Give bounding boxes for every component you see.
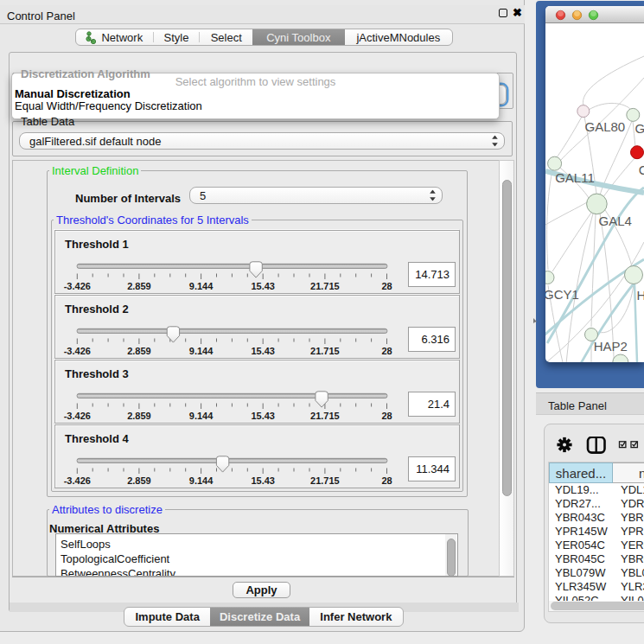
svg-text:9.144: 9.144 (189, 346, 214, 356)
svg-text:-3.426: -3.426 (64, 346, 91, 356)
svg-text:21.715: 21.715 (310, 411, 340, 421)
svg-text:28: 28 (381, 411, 392, 421)
svg-text:9.144: 9.144 (189, 281, 214, 291)
svg-text:C: C (639, 163, 644, 177)
svg-text:2.859: 2.859 (127, 346, 151, 356)
svg-text:HAP2: HAP2 (594, 339, 628, 354)
svg-text:-3.426: -3.426 (64, 281, 91, 291)
svg-text:GAL11: GAL11 (555, 170, 595, 185)
svg-text:H: H (636, 288, 644, 303)
svg-text:2.859: 2.859 (127, 411, 151, 421)
svg-text:GAL4: GAL4 (599, 214, 632, 228)
svg-text:GAL80: GAL80 (585, 119, 626, 134)
svg-text:28: 28 (381, 475, 392, 486)
svg-text:15.43: 15.43 (251, 475, 275, 486)
svg-text:15.43: 15.43 (251, 346, 275, 356)
svg-text:28: 28 (381, 346, 392, 356)
svg-text:21.715: 21.715 (310, 281, 340, 291)
svg-text:GCY1: GCY1 (545, 287, 579, 302)
svg-text:15.43: 15.43 (251, 281, 275, 291)
svg-text:9.144: 9.144 (189, 411, 214, 421)
svg-text:-3.426: -3.426 (64, 475, 91, 486)
svg-text:2.859: 2.859 (127, 475, 151, 486)
svg-text:21.715: 21.715 (310, 475, 340, 486)
svg-text:GA: GA (634, 121, 644, 136)
svg-text:21.715: 21.715 (310, 346, 340, 356)
svg-text:9.144: 9.144 (189, 475, 214, 486)
svg-text:15.43: 15.43 (251, 411, 275, 421)
svg-text:2.859: 2.859 (127, 281, 151, 291)
svg-text:28: 28 (381, 281, 392, 291)
svg-text:-3.426: -3.426 (64, 411, 91, 421)
